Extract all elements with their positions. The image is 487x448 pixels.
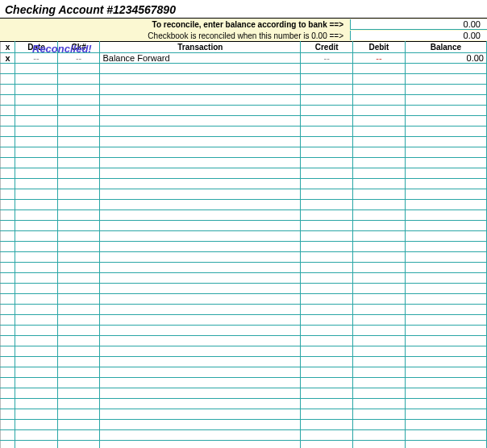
cell-empty[interactable]	[405, 137, 486, 147]
cell-empty[interactable]	[301, 64, 353, 74]
cell-empty[interactable]	[405, 242, 486, 252]
cell-empty[interactable]	[1, 409, 15, 420]
table-row[interactable]	[1, 430, 487, 441]
cell-empty[interactable]	[1, 367, 15, 378]
cell-empty[interactable]	[301, 263, 353, 273]
cell-empty[interactable]	[100, 409, 301, 420]
cell-empty[interactable]	[353, 210, 406, 221]
cell-empty[interactable]	[1, 441, 15, 449]
cell-empty[interactable]	[1, 189, 15, 200]
cell-empty[interactable]	[1, 242, 15, 252]
cell-empty[interactable]	[405, 378, 486, 388]
cell-empty[interactable]	[1, 179, 15, 189]
cell-empty[interactable]	[405, 221, 486, 231]
cell-empty[interactable]	[100, 388, 301, 399]
cell-empty[interactable]	[353, 231, 406, 242]
cell-empty[interactable]	[57, 273, 100, 284]
cell-empty[interactable]	[1, 64, 15, 74]
cell-empty[interactable]	[1, 430, 15, 441]
cell-empty[interactable]	[1, 315, 15, 326]
table-row[interactable]	[1, 420, 487, 430]
cell-empty[interactable]	[353, 147, 406, 158]
cell-empty[interactable]	[15, 430, 58, 441]
table-row[interactable]	[1, 326, 487, 336]
cell-empty[interactable]	[353, 168, 406, 179]
cell-empty[interactable]	[1, 399, 15, 409]
cell-empty[interactable]	[100, 378, 301, 388]
cell-empty[interactable]	[1, 210, 15, 221]
cell-empty[interactable]	[57, 210, 100, 221]
cell-empty[interactable]	[100, 273, 301, 284]
cell-empty[interactable]	[100, 210, 301, 221]
cell-empty[interactable]	[15, 263, 58, 273]
cell-empty[interactable]	[100, 64, 301, 74]
cell-empty[interactable]	[353, 326, 406, 336]
cell-empty[interactable]	[353, 378, 406, 388]
cell-empty[interactable]	[57, 305, 100, 315]
cell-empty[interactable]	[301, 127, 353, 137]
cell-empty[interactable]	[100, 430, 301, 441]
cell-empty[interactable]	[57, 409, 100, 420]
cell-empty[interactable]	[353, 242, 406, 252]
cell-empty[interactable]	[405, 420, 486, 430]
cell-empty[interactable]	[57, 252, 100, 263]
cell-empty[interactable]	[405, 127, 486, 137]
cell-empty[interactable]	[1, 127, 15, 137]
cell-empty[interactable]	[1, 106, 15, 116]
cell-empty[interactable]	[353, 346, 406, 357]
table-row[interactable]	[1, 357, 487, 367]
cell-empty[interactable]	[301, 189, 353, 200]
cell-empty[interactable]	[405, 409, 486, 420]
bank-balance-value[interactable]: 0.00	[350, 19, 487, 30]
cell-empty[interactable]	[353, 294, 406, 305]
cell-empty[interactable]	[405, 147, 486, 158]
cell-empty[interactable]	[405, 367, 486, 378]
cell-empty[interactable]	[100, 158, 301, 168]
cell-empty[interactable]	[100, 357, 301, 367]
cell-empty[interactable]	[1, 252, 15, 263]
cell-empty[interactable]	[301, 388, 353, 399]
cell-empty[interactable]	[301, 305, 353, 315]
cell-empty[interactable]	[57, 367, 100, 378]
cell-empty[interactable]	[353, 388, 406, 399]
cell-empty[interactable]	[15, 326, 58, 336]
cell-empty[interactable]	[100, 116, 301, 127]
table-row[interactable]	[1, 179, 487, 189]
cell-empty[interactable]	[1, 388, 15, 399]
table-row[interactable]	[1, 74, 487, 85]
cell-empty[interactable]	[301, 315, 353, 326]
cell-empty[interactable]	[100, 74, 301, 85]
cell-empty[interactable]	[405, 106, 486, 116]
cell-empty[interactable]	[100, 200, 301, 210]
cell-empty[interactable]	[15, 85, 58, 95]
cell-empty[interactable]	[353, 263, 406, 273]
cell-empty[interactable]	[353, 252, 406, 263]
cell-empty[interactable]	[405, 116, 486, 127]
cell-empty[interactable]	[353, 357, 406, 367]
cell-empty[interactable]	[301, 137, 353, 147]
cell-empty[interactable]	[301, 252, 353, 263]
cell-empty[interactable]	[100, 147, 301, 158]
table-row[interactable]	[1, 284, 487, 294]
cell-empty[interactable]	[301, 242, 353, 252]
cell-empty[interactable]	[57, 221, 100, 231]
cell-empty[interactable]	[15, 336, 58, 346]
table-row[interactable]	[1, 378, 487, 388]
cell-empty[interactable]	[1, 378, 15, 388]
cell-empty[interactable]	[15, 315, 58, 326]
cell-empty[interactable]	[15, 116, 58, 127]
cell-empty[interactable]	[100, 106, 301, 116]
cell-empty[interactable]	[405, 315, 486, 326]
cell-empty[interactable]	[15, 74, 58, 85]
cell-empty[interactable]	[405, 231, 486, 242]
cell-empty[interactable]	[100, 252, 301, 263]
cell-empty[interactable]	[57, 357, 100, 367]
cell-empty[interactable]	[301, 210, 353, 221]
cell-empty[interactable]	[57, 284, 100, 294]
cell-empty[interactable]	[15, 367, 58, 378]
cell-empty[interactable]	[57, 95, 100, 106]
cell-empty[interactable]	[1, 326, 15, 336]
cell-empty[interactable]	[1, 137, 15, 147]
cell-empty[interactable]	[15, 231, 58, 242]
cell-empty[interactable]	[57, 85, 100, 95]
